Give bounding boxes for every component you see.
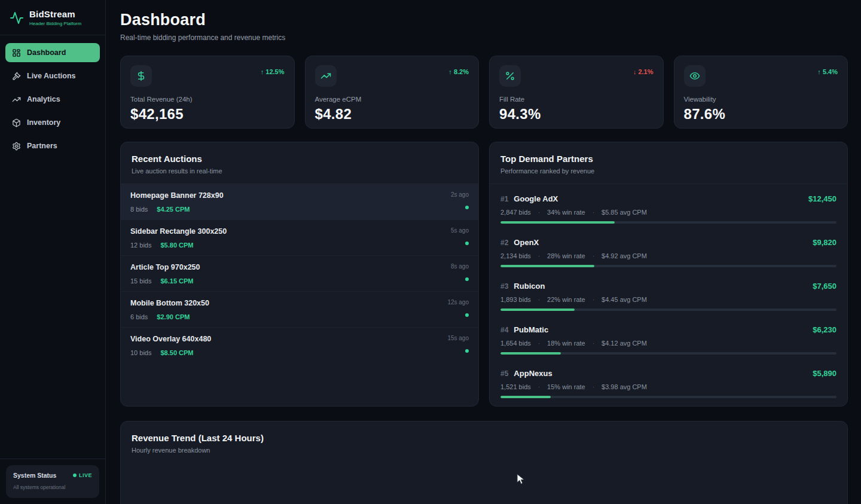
dot-separator: ·: [538, 253, 540, 259]
auction-row[interactable]: Article Top 970x250 15 bids $6.15 CPM 8s…: [121, 256, 478, 292]
partner-bids: 1,893 bids: [500, 296, 531, 303]
partner-bids: 2,847 bids: [500, 209, 531, 216]
dot-separator: ·: [538, 297, 540, 303]
auction-cpm: $6.15 CPM: [160, 277, 193, 285]
partner-row[interactable]: #2 OpenX $9,820 2,134 bids · 28% win rat…: [490, 231, 847, 275]
partner-avg-cpm: $4.12 avg CPM: [602, 340, 647, 347]
mouse-cursor: [517, 474, 526, 485]
auction-time: 8s ago: [451, 263, 469, 270]
sidebar-item-partners[interactable]: Partners: [5, 136, 100, 155]
auction-cpm: $2.90 CPM: [157, 313, 190, 320]
percent-icon: [499, 65, 521, 87]
partner-list: #1 Google AdX $12,450 2,847 bids · 34% w…: [490, 184, 847, 406]
partner-revenue: $7,650: [813, 282, 836, 291]
win-rate-bar-track: [500, 352, 836, 355]
auction-time: 2s ago: [451, 191, 469, 198]
partner-row[interactable]: #1 Google AdX $12,450 2,847 bids · 34% w…: [490, 188, 847, 231]
auction-row[interactable]: Homepage Banner 728x90 8 bids $4.25 CPM …: [121, 184, 478, 220]
auction-name: Article Top 970x250: [130, 263, 200, 271]
live-dot-icon: [73, 474, 77, 477]
live-dot-icon: [465, 242, 469, 245]
system-status-subtitle: All systems operational: [13, 484, 92, 490]
auction-name: Sidebar Rectangle 300x250: [130, 227, 227, 236]
sidebar-item-inventory[interactable]: Inventory: [5, 113, 100, 132]
sidebar-item-dashboard[interactable]: Dashboard: [5, 43, 100, 62]
panel-title: Top Demand Partners: [500, 154, 836, 164]
partner-name: Google AdX: [514, 194, 558, 203]
stat-card-total-revenue: ↑ 12.5% Total Revenue (24h) $42,165: [120, 56, 295, 129]
auction-list: Homepage Banner 728x90 8 bids $4.25 CPM …: [121, 184, 478, 363]
trend-arrow-icon: ↑: [448, 68, 452, 75]
dot-separator: ·: [593, 340, 594, 347]
auction-bids: 6 bids: [130, 313, 148, 320]
partner-row[interactable]: #5 AppNexus $5,890 1,521 bids · 15% win …: [490, 362, 847, 406]
stat-label: Fill Rate: [499, 96, 654, 103]
dot-separator: ·: [593, 384, 594, 390]
recent-auctions-panel: Recent Auctions Live auction results in …: [120, 142, 479, 407]
auction-name: Homepage Banner 728x90: [130, 191, 224, 200]
sidebar-footer: System Status LIVE All systems operation…: [0, 459, 105, 504]
panels-row: Recent Auctions Live auction results in …: [120, 142, 848, 407]
stat-card-average-ecpm: ↑ 8.2% Average eCPM $4.82: [305, 56, 480, 129]
sidebar-item-live-auctions[interactable]: Live Auctions: [5, 66, 100, 85]
dot-separator: ·: [538, 209, 540, 216]
stat-label: Viewability: [684, 96, 838, 103]
win-rate-bar-track: [500, 221, 836, 224]
auction-time: 12s ago: [447, 299, 469, 306]
dot-separator: ·: [538, 340, 540, 347]
partner-win-rate: 15% win rate: [547, 383, 585, 390]
page-header: Dashboard Real-time bidding performance …: [120, 11, 848, 42]
dollar-icon: [130, 65, 152, 87]
partner-bids: 1,521 bids: [500, 383, 531, 390]
partner-win-rate: 22% win rate: [547, 296, 585, 303]
partner-rank: #5: [500, 369, 508, 378]
auction-time: 5s ago: [451, 227, 469, 234]
partner-revenue: $12,450: [808, 194, 836, 203]
win-rate-bar-track: [500, 265, 836, 267]
live-label: LIVE: [79, 472, 92, 478]
dot-separator: ·: [538, 384, 540, 390]
partner-row[interactable]: #3 Rubicon $7,650 1,893 bids · 22% win r…: [490, 275, 847, 319]
partner-avg-cpm: $3.98 avg CPM: [602, 383, 647, 390]
auction-row[interactable]: Sidebar Rectangle 300x250 12 bids $5.80 …: [121, 220, 478, 256]
win-rate-bar-fill: [500, 308, 575, 311]
partner-rank: #3: [500, 282, 508, 291]
partner-win-rate: 28% win rate: [547, 252, 585, 259]
brand-tagline: Header Bidding Platform: [29, 21, 81, 26]
win-rate-bar-fill: [500, 396, 551, 398]
change-value: 5.4%: [823, 68, 838, 75]
gear-icon: [12, 142, 21, 151]
partner-rank: #2: [500, 239, 508, 247]
revenue-chart-area: [121, 463, 847, 504]
recent-auctions-header: Recent Auctions Live auction results in …: [121, 142, 478, 184]
panel-subtitle: Hourly revenue breakdown: [132, 447, 836, 454]
win-rate-bar-fill: [500, 265, 594, 267]
live-dot-icon: [465, 349, 469, 353]
stats-row: ↑ 12.5% Total Revenue (24h) $42,165 ↑ 8.…: [120, 56, 848, 129]
change-value: 12.5%: [265, 68, 284, 75]
eye-icon: [684, 65, 706, 87]
live-dot-icon: [465, 206, 469, 209]
partner-rank: #1: [500, 195, 508, 203]
live-dot-icon: [465, 313, 469, 317]
trend-arrow-icon: ↓: [633, 68, 637, 75]
partner-bids: 1,654 bids: [500, 340, 531, 347]
sidebar-item-analytics[interactable]: Analytics: [5, 90, 100, 109]
stat-value: 94.3%: [499, 106, 654, 123]
page-title: Dashboard: [120, 11, 848, 29]
page-subtitle: Real-time bidding performance and revenu…: [120, 33, 848, 42]
auction-row[interactable]: Video Overlay 640x480 10 bids $8.50 CPM …: [121, 328, 478, 363]
trend-arrow-icon: ↑: [817, 68, 821, 75]
sidebar-item-label: Inventory: [27, 118, 60, 127]
live-badge: LIVE: [73, 472, 92, 478]
trend-arrow-icon: ↑: [261, 68, 264, 75]
change-badge: ↓ 2.1%: [633, 68, 654, 75]
sidebar-item-label: Dashboard: [27, 48, 66, 57]
change-value: 8.2%: [454, 68, 469, 75]
partner-row[interactable]: #4 PubMatic $6,230 1,654 bids · 18% win …: [490, 319, 847, 362]
partner-revenue: $6,230: [813, 325, 836, 334]
sidebar-item-label: Live Auctions: [27, 72, 76, 80]
auction-row[interactable]: Mobile Bottom 320x50 6 bids $2.90 CPM 12…: [121, 292, 478, 328]
panel-subtitle: Live auction results in real-time: [132, 167, 468, 175]
trending-up-icon: [12, 95, 21, 104]
